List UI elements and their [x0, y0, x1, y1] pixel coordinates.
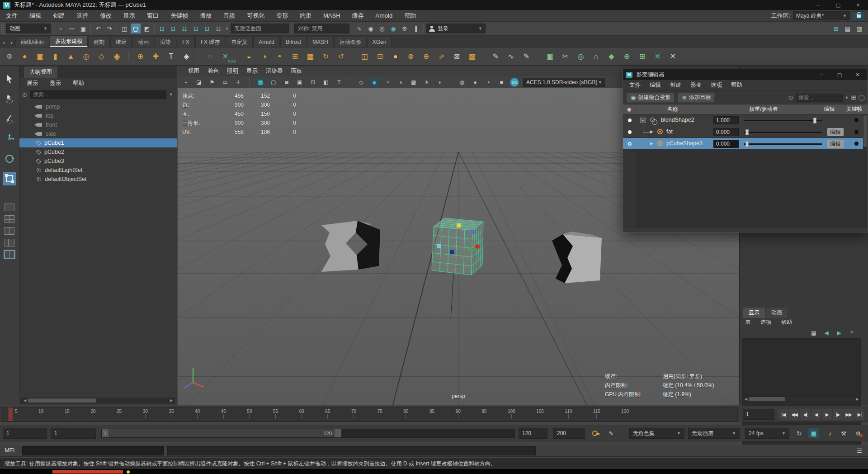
- script-editor-icon[interactable]: ☰: [854, 446, 864, 455]
- weight-value-field[interactable]: [713, 128, 739, 136]
- animation-preferences-icon[interactable]: ⚙: [853, 428, 863, 438]
- render-view-icon[interactable]: ◉: [366, 24, 376, 33]
- menu-窗口[interactable]: 窗口: [141, 10, 165, 22]
- shelf-tab-曲线/曲面[interactable]: 曲线/曲面: [15, 37, 49, 47]
- select-hierarchy-icon[interactable]: ◫: [119, 24, 129, 33]
- outliner-item-pCube3[interactable]: pCube3: [19, 156, 177, 166]
- step-back-frame-button[interactable]: ◀|: [800, 409, 810, 420]
- current-frame-field[interactable]: [743, 409, 774, 420]
- select-tool[interactable]: [3, 72, 16, 86]
- viewport-menu-渲染器[interactable]: 渲染器: [262, 67, 287, 75]
- snap-curve-icon[interactable]: Ω: [168, 24, 178, 33]
- keyframe-dot[interactable]: [854, 118, 859, 122]
- default-material-icon[interactable]: ◇: [357, 78, 366, 87]
- rotate-cw-icon[interactable]: ↻: [320, 50, 332, 62]
- shelf-tab-雕刻[interactable]: 雕刻: [88, 37, 110, 47]
- shape-editor-vertical-scrollbar[interactable]: [863, 114, 867, 228]
- shelf-tab-Arnold[interactable]: Arnold: [253, 37, 280, 47]
- new-scene-icon[interactable]: ▫: [56, 24, 66, 33]
- shape-editor-menu-选项[interactable]: 选项: [707, 81, 726, 89]
- resolution-gate-icon[interactable]: ◧: [321, 78, 330, 87]
- edit-target-button[interactable]: 编辑: [827, 128, 844, 136]
- layer-prev-icon[interactable]: ◀: [822, 328, 831, 337]
- menu-变形[interactable]: 变形: [270, 10, 294, 22]
- snap-grid-icon[interactable]: Ω: [157, 24, 167, 33]
- add-target-button[interactable]: ⊕ 添加目标: [678, 93, 715, 103]
- create-polygon-tool-icon[interactable]: ✚: [150, 50, 162, 62]
- range-start-handle[interactable]: 1: [102, 429, 108, 437]
- right-deformed-cube[interactable]: [552, 232, 602, 283]
- cached-playback-toggle-icon[interactable]: ▦: [808, 428, 819, 438]
- visibility-toggle[interactable]: [628, 118, 632, 122]
- boolean-icon[interactable]: ⊕: [621, 50, 633, 62]
- curve-tool-icon[interactable]: ∿: [505, 50, 517, 62]
- timeline-tick-55[interactable]: 55: [273, 409, 278, 419]
- outliner-item-defaultLightSet[interactable]: defaultLightSet: [19, 166, 177, 175]
- maximize-button[interactable]: ▢: [828, 0, 848, 10]
- pan-zoom-icon[interactable]: ✛: [234, 78, 243, 87]
- layout-outliner-persp-button[interactable]: [5, 251, 14, 258]
- render-settings-icon[interactable]: ⚙: [400, 24, 410, 33]
- shape-editor-row-pCubeShape3[interactable]: ▶pCubeShape3编辑: [623, 138, 864, 150]
- shape-editor-close-button[interactable]: ✕: [849, 69, 867, 80]
- quad-draw-icon[interactable]: ▣: [544, 50, 556, 62]
- range-slider-track[interactable]: 1 120: [101, 429, 515, 438]
- wireframe-on-shaded-icon[interactable]: ◈: [370, 78, 379, 87]
- playback-loop-icon[interactable]: ↻: [794, 428, 805, 438]
- shape-editor-maximize-button[interactable]: ▢: [830, 69, 849, 80]
- color-management-on-icon[interactable]: ON: [510, 78, 519, 87]
- poly-disc-icon[interactable]: ◉: [111, 50, 123, 62]
- layer-options-icon[interactable]: ≡: [847, 328, 856, 337]
- shelf-tab-动画[interactable]: 动画: [132, 37, 154, 47]
- menu-创建[interactable]: 创建: [47, 10, 71, 22]
- smooth-mesh-icon[interactable]: ⊞: [289, 50, 301, 62]
- layer-next-icon[interactable]: ▶: [835, 328, 844, 337]
- outliner-item-pCube2[interactable]: pCube2: [19, 147, 177, 156]
- edit-column-header[interactable]: 编辑: [818, 104, 841, 114]
- shape-editor-minimize-button[interactable]: ─: [812, 69, 830, 80]
- menu-set-dropdown[interactable]: 动画 ▼: [6, 24, 51, 33]
- play-forwards-button[interactable]: ▶: [822, 409, 832, 420]
- selected-wireframe-cube[interactable]: [432, 218, 483, 319]
- film-gate-icon[interactable]: ⊡: [308, 78, 317, 87]
- undo-icon[interactable]: ↶: [93, 24, 103, 33]
- timeline-tick-65[interactable]: 65: [325, 409, 330, 419]
- range-end-handle[interactable]: [335, 429, 341, 437]
- ambient-occlusion-icon[interactable]: ●: [471, 78, 480, 87]
- new-group-icon[interactable]: ⊞: [851, 94, 856, 101]
- paint-select-tool[interactable]: [3, 112, 16, 126]
- poly-sphere-icon[interactable]: ●: [19, 50, 31, 62]
- scroll-right-icon[interactable]: ▶: [854, 397, 860, 401]
- timeline-tick-30[interactable]: 30: [143, 409, 148, 419]
- login-dropdown[interactable]: 登录 ▼: [426, 24, 486, 33]
- hud-text-icon[interactable]: T: [335, 78, 344, 87]
- snap-point-icon[interactable]: Ω: [179, 24, 189, 33]
- image-plane-icon[interactable]: ▭: [221, 78, 230, 87]
- shadows-icon[interactable]: ◗: [435, 78, 444, 87]
- timeline-tick-80[interactable]: 80: [403, 409, 408, 419]
- timeline-tick-120[interactable]: 120: [621, 409, 629, 419]
- menu-帮助[interactable]: 帮助: [398, 10, 422, 22]
- ipr-render-icon[interactable]: ◉: [388, 24, 398, 33]
- fps-dropdown[interactable]: 24 fps▼: [745, 428, 789, 439]
- zoom-region-icon[interactable]: ◌: [204, 50, 216, 62]
- mirror-icon[interactable]: ⊞: [636, 50, 648, 62]
- timeline-tick-60[interactable]: 60: [299, 409, 304, 419]
- colorspace-dropdown[interactable]: ACES 1.0 SDR-video (sRGB) ▼: [523, 78, 605, 87]
- outliner-filter-icon[interactable]: ⊙: [22, 91, 27, 98]
- outliner-item-defaultObjectSet[interactable]: defaultObjectSet: [19, 175, 177, 184]
- menu-文件[interactable]: 文件: [0, 10, 24, 22]
- extrude-icon[interactable]: ⇗: [435, 50, 448, 62]
- shape-editor-menu-形变[interactable]: 形变: [687, 81, 705, 89]
- globe-map-icon[interactable]: ⊕: [420, 50, 432, 62]
- outliner-item-side[interactable]: side: [19, 129, 177, 138]
- viewport-menu-着色[interactable]: 着色: [203, 67, 223, 75]
- visibility-toggle[interactable]: [628, 142, 632, 146]
- channel-box-toggle[interactable]: ▥: [854, 24, 864, 33]
- outliner-item-persp[interactable]: persp: [19, 102, 177, 111]
- go-to-start-button[interactable]: |◀: [778, 409, 788, 420]
- range-active-region[interactable]: 120: [108, 429, 335, 437]
- go-to-end-button[interactable]: ▶|: [854, 409, 864, 420]
- select-component-icon[interactable]: ◩: [142, 24, 152, 33]
- motion-blur-icon[interactable]: ◔: [484, 78, 493, 87]
